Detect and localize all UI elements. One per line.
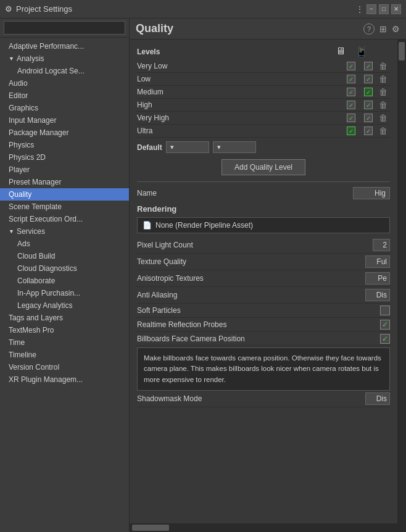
prop-billboards: Billboards Face Camera Position ✓ <box>137 332 390 346</box>
sidebar-item-player[interactable]: Player <box>0 164 129 176</box>
sidebar-item-tags-layers[interactable]: Tags and Layers <box>0 312 129 324</box>
prop-label: Pixel Light Count <box>137 241 193 249</box>
sidebar-item-in-app[interactable]: In-App Purchasin... <box>0 287 129 299</box>
mobile-check[interactable]: ✓ <box>364 75 373 83</box>
delete-button[interactable]: 🗑 <box>376 113 390 123</box>
search-input[interactable] <box>4 21 125 35</box>
tooltip-box: Make billboards face towards camera posi… <box>137 347 390 391</box>
layout-icon[interactable]: ⊞ <box>379 24 387 34</box>
monitor-check[interactable]: ✓ <box>347 75 355 83</box>
name-label: Name <box>137 189 157 197</box>
sidebar-item-time[interactable]: Time <box>0 336 129 349</box>
sidebar-item-preset-manager[interactable]: Preset Manager <box>0 176 129 188</box>
mobile-check[interactable]: ✓ <box>364 101 373 109</box>
name-row: Name Hig <box>137 187 390 199</box>
quality-name: Very High <box>137 114 347 122</box>
mobile-icon: 📱 <box>355 46 368 57</box>
sidebar-item-timeline[interactable]: Timeline <box>0 349 129 361</box>
sidebar-item-graphics[interactable]: Graphics <box>0 102 129 114</box>
sidebar-item-editor[interactable]: Editor <box>0 89 129 102</box>
vertical-scrollbar[interactable] <box>397 39 406 523</box>
prop-value[interactable]: 2 <box>373 239 390 251</box>
dropdown-arrow: ▾ <box>217 143 221 151</box>
pipeline-file-icon: 📄 <box>143 221 152 230</box>
gear-icon: ⚙ <box>5 4 12 14</box>
mobile-check[interactable]: ✓ <box>364 127 373 135</box>
sidebar-item-collaborate[interactable]: Collaborate <box>0 275 129 287</box>
render-pipeline-field[interactable]: 📄 None (Render Pipeline Asset) <box>137 217 390 233</box>
sidebar-item-input-manager[interactable]: Input Manager <box>0 114 129 127</box>
mobile-check[interactable]: ✓ <box>364 114 373 122</box>
default-mobile-select[interactable]: ▾ <box>213 141 256 153</box>
sidebar-item-textmesh[interactable]: TextMesh Pro <box>0 324 129 336</box>
horizontal-scrollbar-thumb[interactable] <box>132 525 169 531</box>
sidebar-item-cloud-build[interactable]: Cloud Build <box>0 250 129 262</box>
monitor-check[interactable]: ✓ <box>347 88 355 96</box>
add-quality-level-button[interactable]: Add Quality Level <box>222 159 305 175</box>
prop-label: Anti Aliasing <box>137 291 177 299</box>
sidebar-item-audio[interactable]: Audio <box>0 77 129 89</box>
quality-checks: ✓ ✓ <box>347 101 376 109</box>
delete-button[interactable]: 🗑 <box>376 74 390 84</box>
maximize-button[interactable]: □ <box>379 4 389 14</box>
prop-pixel-light-count: Pixel Light Count 2 <box>137 237 390 254</box>
prop-label: Soft Particles <box>137 306 181 315</box>
monitor-check[interactable]: ✓ <box>347 101 355 109</box>
soft-particles-checkbox[interactable] <box>380 305 390 315</box>
sidebar-item-scene-template[interactable]: Scene Template <box>0 201 129 213</box>
prop-value[interactable]: Pe <box>365 272 390 285</box>
mobile-check[interactable]: ✓ <box>364 62 373 70</box>
window-title: Project Settings <box>16 4 72 14</box>
prop-value[interactable]: Dis <box>365 289 390 301</box>
help-icon[interactable]: ? <box>363 23 375 35</box>
sidebar-item-cloud-diagnostics[interactable]: Cloud Diagnostics <box>0 262 129 275</box>
quality-row-high: High ✓ ✓ 🗑 <box>137 99 390 112</box>
quality-checks: ✓ ✓ <box>347 114 376 122</box>
sidebar-item-physics-2d[interactable]: Physics 2D <box>0 151 129 164</box>
sidebar-item-legacy-analytics[interactable]: Legacy Analytics <box>0 299 129 312</box>
dropdown-arrow: ▾ <box>170 143 174 151</box>
monitor-check[interactable]: ✓ <box>347 114 355 122</box>
content-area: Adaptive Performanc... ▼ Analysis Androi… <box>0 19 406 532</box>
shadowmask-value[interactable]: Dis <box>365 393 390 405</box>
sidebar-item-android-logcat[interactable]: Android Logcat Se... <box>0 65 129 77</box>
sidebar-item-ads[interactable]: Ads <box>0 238 129 250</box>
scrollbar-thumb[interactable] <box>399 42 405 60</box>
quality-name: Ultra <box>137 127 347 135</box>
quality-row-very-high: Very High ✓ ✓ 🗑 <box>137 112 390 125</box>
prop-texture-quality: Texture Quality Ful <box>137 254 390 270</box>
sidebar-item-xr-plugin[interactable]: XR Plugin Managem... <box>0 373 129 386</box>
minimize-button[interactable]: − <box>367 4 376 14</box>
title-bar-left: ⚙ Project Settings <box>5 4 72 14</box>
monitor-check[interactable]: ✓ <box>347 127 355 135</box>
sidebar-item-analysis[interactable]: ▼ Analysis <box>0 52 129 65</box>
settings-gear-icon[interactable]: ⚙ <box>392 24 400 34</box>
realtime-reflection-checkbox[interactable]: ✓ <box>380 320 390 330</box>
default-monitor-select[interactable]: ▾ <box>166 141 209 153</box>
monitor-check[interactable]: ✓ <box>347 62 355 70</box>
delete-button[interactable]: 🗑 <box>376 126 390 136</box>
rendering-title: Rendering <box>137 204 390 214</box>
panel-header: Quality ? ⊞ ⚙ <box>130 19 406 39</box>
sidebar-item-version-control[interactable]: Version Control <box>0 361 129 373</box>
delete-button[interactable]: 🗑 <box>376 87 390 97</box>
divider <box>137 181 390 182</box>
delete-button[interactable]: 🗑 <box>376 100 390 110</box>
mobile-check[interactable]: ✓ <box>364 88 373 96</box>
levels-section: Levels 🖥 📱 Very Low ✓ ✓ <box>137 46 390 153</box>
sidebar-item-physics[interactable]: Physics <box>0 139 129 151</box>
sidebar-item-adaptive[interactable]: Adaptive Performanc... <box>0 40 129 52</box>
sidebar-item-script-execution[interactable]: Script Execution Ord... <box>0 213 129 225</box>
panel-content: Levels 🖥 📱 Very Low ✓ ✓ <box>130 39 397 523</box>
levels-label: Levels <box>137 48 336 56</box>
delete-button[interactable]: 🗑 <box>376 61 390 71</box>
billboards-checkbox[interactable]: ✓ <box>380 334 390 344</box>
sidebar-item-services[interactable]: ▼ Services <box>0 225 129 238</box>
sidebar-item-quality[interactable]: Quality <box>0 188 129 201</box>
name-value[interactable]: Hig <box>353 187 390 199</box>
prop-value[interactable]: Ful <box>365 256 390 268</box>
close-button[interactable]: ✕ <box>391 4 401 14</box>
quality-checks: ✓ ✓ <box>347 75 376 83</box>
horizontal-scrollbar[interactable] <box>130 523 406 532</box>
sidebar-item-package-manager[interactable]: Package Manager <box>0 127 129 139</box>
